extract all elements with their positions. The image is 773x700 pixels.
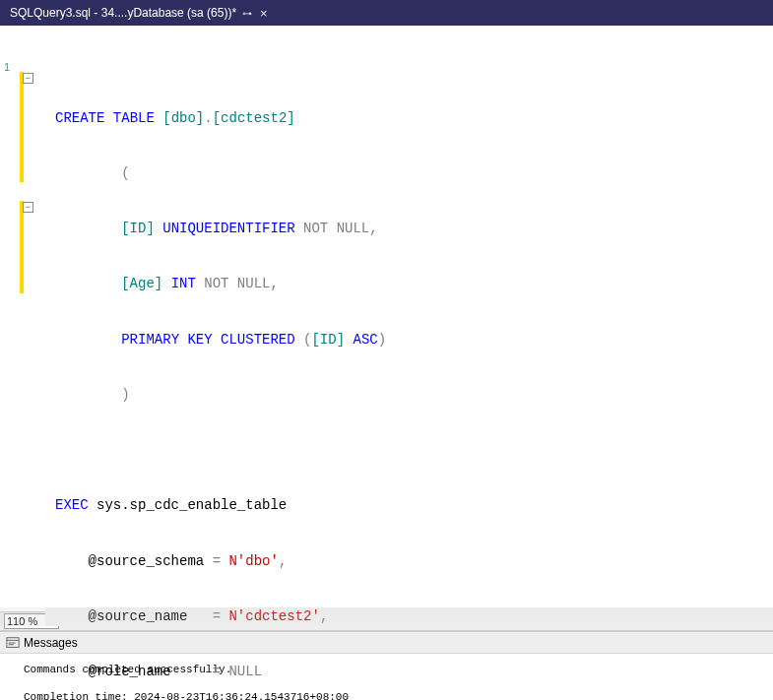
line-number: 1 (4, 61, 10, 73)
fold-toggle[interactable]: − (23, 73, 33, 84)
code-line: ) (45, 386, 773, 405)
zoom-value: 110 % (7, 615, 37, 627)
tab-title: SQLQuery3.sql - 34....yDatabase (sa (65)… (10, 6, 236, 20)
code-line-current: @source_name = N'cdctest2', (45, 607, 773, 626)
tab-bar: SQLQuery3.sql - 34....yDatabase (sa (65)… (0, 0, 773, 26)
code-line: @source_schema = N'dbo', (45, 552, 773, 571)
editor-area: 1 − − CREATE TABLE [dbo].[cdctest2] ( [I… (0, 26, 773, 611)
code-line: CREATE TABLE [dbo].[cdctest2] (45, 109, 773, 128)
code-line: @role_name = NULL (45, 663, 773, 681)
code-line: [Age] INT NOT NULL, (45, 275, 773, 293)
code-line (45, 441, 773, 460)
code-editor[interactable]: CREATE TABLE [dbo].[cdctest2] ( [ID] UNI… (45, 26, 773, 611)
code-line: [ID] UNIQUEIDENTIFIER NOT NULL, (45, 220, 773, 238)
region-marker (20, 72, 24, 182)
fold-toggle[interactable]: − (23, 202, 33, 213)
code-line: PRIMARY KEY CLUSTERED ([ID] ASC) (45, 331, 773, 350)
pin-icon[interactable]: ⊶ (242, 8, 252, 19)
code-line: EXEC sys.sp_cdc_enable_table (45, 496, 773, 515)
file-tab[interactable]: SQLQuery3.sql - 34....yDatabase (sa (65)… (2, 0, 276, 26)
outline-gutter: − − (20, 26, 45, 611)
code-line: ( (45, 164, 773, 183)
line-gutter: 1 (0, 26, 20, 611)
close-icon[interactable]: × (260, 6, 268, 21)
messages-icon (6, 636, 20, 650)
region-marker (20, 201, 24, 293)
